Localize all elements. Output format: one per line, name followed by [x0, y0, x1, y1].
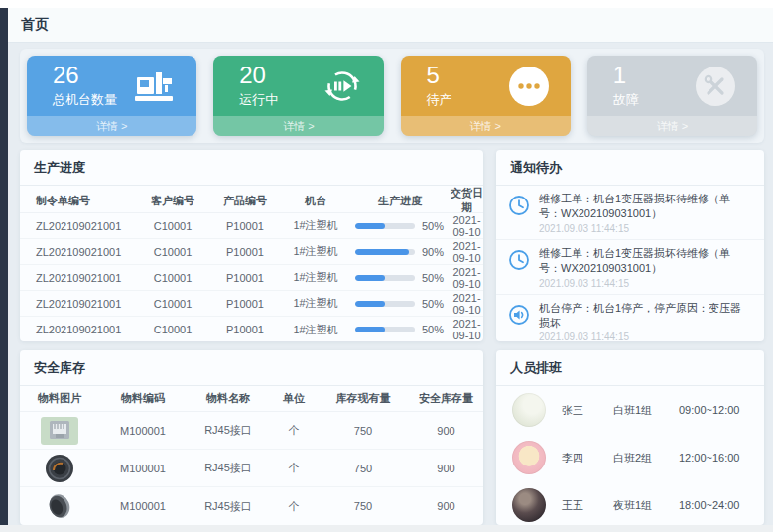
- todo-body: 维修工单：机台1变压器损坏待维修（单号：WX202109031001） 2021…: [539, 246, 752, 289]
- col-machine: 机台: [282, 194, 349, 208]
- stat-card-info: 26 总机台数量: [53, 63, 117, 108]
- customer-no-cell: C10001: [137, 272, 208, 284]
- panels-grid: 生产进度 制令单编号 客户编号 产品编号 机台 生产进度 交货日期 ZL2021…: [20, 150, 764, 525]
- stat-card-info: 1 故障: [613, 63, 639, 108]
- col-material-image: 物料图片: [20, 391, 99, 406]
- table-row: M100001 RJ45接口 个 750 900: [20, 487, 483, 525]
- progress-fill: [355, 249, 409, 255]
- progress-fill: [355, 275, 385, 281]
- fault-detail-link[interactable]: 详情 >: [587, 116, 757, 136]
- pending-detail-link[interactable]: 详情 >: [401, 116, 571, 136]
- pending-label: 待产: [427, 91, 452, 109]
- stat-card-fault[interactable]: 1 故障 详情 >: [587, 56, 757, 136]
- page-title[interactable]: 首页: [21, 16, 49, 34]
- progress-percent: 50%: [422, 324, 444, 335]
- order-no-cell: ZL202109021001: [20, 272, 137, 284]
- order-no-cell: ZL202109021001: [20, 324, 137, 335]
- table-row: ZL202109021001 C10001 P10001 1#注塑机 50% 2…: [20, 291, 483, 317]
- col-material-name: 物料名称: [187, 391, 270, 406]
- customer-no-cell: C10001: [137, 298, 208, 310]
- col-progress: 生产进度: [349, 194, 451, 208]
- staff-schedule-panel: 人员排班 张三 白班1组 09:00~12:00 李四 白班2组 12:00~1…: [496, 350, 764, 525]
- notifications-panel-title: 通知待办: [496, 150, 764, 186]
- col-delivery-date: 交货日期: [451, 186, 483, 215]
- total-machines-detail-link[interactable]: 详情 >: [27, 116, 196, 136]
- staff-shift: 夜班1组: [613, 498, 677, 513]
- ellipsis-icon: [507, 65, 551, 108]
- notifications-panel: 通知待办 维修工单：机台1变压器损坏待维修（单号：WX202109031001）…: [496, 150, 764, 341]
- inventory-table-header: 物料图片 物料编码 物料名称 单位 库存现有量 安全库存量: [20, 386, 483, 412]
- speaker-front-photo: [20, 454, 99, 483]
- col-unit: 单位: [270, 391, 318, 406]
- production-progress-panel: 生产进度 制令单编号 客户编号 产品编号 机台 生产进度 交货日期 ZL2021…: [20, 150, 483, 341]
- safety-qty-cell: 900: [409, 463, 483, 474]
- total-machines-value: 26: [53, 63, 117, 87]
- list-item[interactable]: 维修工单：机台1变压器损坏待维修（单号：WX202109031001） 2021…: [496, 186, 764, 240]
- order-no-cell: ZL202109021001: [20, 298, 137, 310]
- staff-time: 12:00~16:00: [679, 452, 739, 464]
- stat-card-total-machines[interactable]: 26 总机台数量 详情 >: [27, 56, 196, 136]
- todo-time: 2021.09.03 11:44:15: [539, 223, 752, 234]
- material-name-cell: RJ45接口: [187, 461, 270, 475]
- customer-no-cell: C10001: [137, 324, 208, 335]
- running-value: 20: [239, 63, 278, 87]
- inventory-panel-title: 安全库存: [20, 350, 483, 386]
- list-item[interactable]: 机台停产：机台1停产，停产原因：变压器损坏 2021.09.03 11:44:1…: [496, 295, 764, 341]
- dashboard-page: 首页 26 总机台数量: [0, 0, 773, 532]
- right-column: 通知待办 维修工单：机台1变压器损坏待维修（单号：WX202109031001）…: [496, 150, 764, 525]
- staff-name: 李四: [562, 451, 613, 466]
- progress-cell: 50%: [349, 220, 451, 232]
- table-row: ZL202109021001 C10001 P10001 1#注塑机 50% 2…: [20, 317, 483, 341]
- product-no-cell: P10001: [208, 246, 282, 258]
- safety-qty-cell: 900: [409, 500, 483, 512]
- header-bar: 首页: [8, 8, 773, 43]
- unit-cell: 个: [270, 499, 318, 514]
- material-code-cell: M100001: [99, 463, 187, 474]
- bottom-strip: [0, 525, 773, 532]
- list-item[interactable]: 维修工单：机台1变压器损坏待维修（单号：WX202109031001） 2021…: [496, 240, 764, 295]
- customer-no-cell: C10001: [137, 246, 208, 258]
- progress-fill: [355, 301, 385, 307]
- running-detail-link[interactable]: 详情 >: [213, 116, 383, 136]
- avatar: [512, 488, 546, 522]
- avatar: [512, 441, 546, 474]
- product-no-cell: P10001: [208, 324, 282, 335]
- unit-cell: 个: [270, 461, 318, 475]
- sidebar-sliver: [0, 8, 8, 525]
- col-material-code: 物料编码: [99, 391, 187, 406]
- todo-text: 维修工单：机台1变压器损坏待维修（单号：WX202109031001）: [539, 192, 752, 222]
- delivery-date-cell: 2021-09-10: [451, 266, 483, 290]
- running-label: 运行中: [239, 91, 278, 109]
- stat-card-running[interactable]: 20 运行中 详情 >: [213, 56, 383, 136]
- staff-shift: 白班2组: [613, 451, 677, 466]
- fault-label: 故障: [613, 91, 639, 109]
- progress-percent: 50%: [422, 298, 444, 310]
- todo-body: 维修工单：机台1变压器损坏待维修（单号：WX202109031001） 2021…: [539, 192, 752, 234]
- stat-card-body: 5 待产: [401, 56, 571, 116]
- material-name-cell: RJ45接口: [187, 423, 270, 438]
- on-hand-cell: 750: [318, 500, 409, 512]
- machine-cell: 1#注塑机: [282, 296, 349, 311]
- progress-percent: 90%: [422, 246, 444, 258]
- rj45-photo: [20, 417, 99, 445]
- machine-icon: [133, 65, 177, 108]
- col-product-no: 产品编号: [208, 194, 282, 208]
- product-no-cell: P10001: [208, 298, 282, 310]
- delivery-date-cell: 2021-09-10: [451, 292, 483, 316]
- staff-time: 09:00~12:00: [679, 404, 739, 416]
- staff-name: 王五: [562, 498, 613, 513]
- stat-card-pending[interactable]: 5 待产 详情 >: [401, 56, 571, 136]
- main-content: 26 总机台数量 详情 >: [8, 43, 773, 525]
- pending-value: 5: [427, 63, 452, 87]
- progress-percent: 50%: [422, 220, 444, 232]
- progress-fill: [355, 223, 385, 229]
- avatar: [512, 393, 546, 427]
- material-name-cell: RJ45接口: [187, 499, 270, 514]
- product-no-cell: P10001: [208, 272, 282, 284]
- sync-icon: [321, 65, 364, 108]
- production-table-header: 制令单编号 客户编号 产品编号 机台 生产进度 交货日期: [20, 186, 483, 213]
- clock-icon: [508, 192, 530, 234]
- stat-card-info: 20 运行中: [239, 63, 278, 108]
- list-item: 张三 白班1组 09:00~12:00: [496, 386, 764, 434]
- unit-cell: 个: [270, 423, 318, 438]
